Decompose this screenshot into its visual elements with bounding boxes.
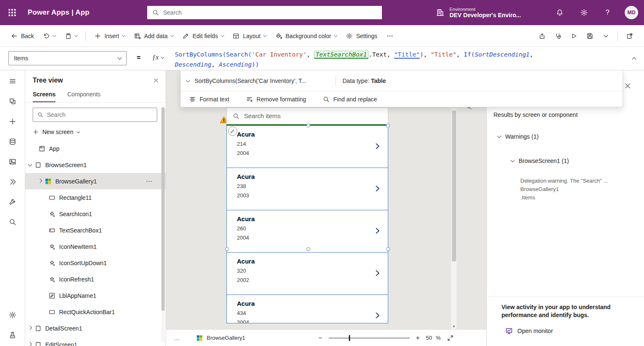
- selection-handle[interactable]: [386, 247, 390, 251]
- gallery-search-box[interactable]: Search items: [226, 107, 388, 124]
- chevron-right-icon[interactable]: [28, 342, 32, 346]
- tree-item-browsegallery1[interactable]: BrowseGallery1⋯: [25, 173, 166, 189]
- browse-gallery[interactable]: Acura2142004Acura2382003Acura2602004Acur…: [226, 126, 388, 323]
- chevron-down-icon[interactable]: [28, 162, 32, 166]
- close-tree-view-button[interactable]: [153, 77, 159, 83]
- header-settings-button[interactable]: [577, 6, 591, 19]
- zoom-out-button[interactable]: −: [318, 335, 322, 341]
- fit-to-window-button[interactable]: [447, 335, 454, 341]
- tree-item-iconnewitem1[interactable]: IconNewItem1: [25, 238, 166, 255]
- tree-item-rectangle11[interactable]: Rectangle11: [25, 189, 166, 206]
- data-button[interactable]: [6, 135, 19, 148]
- header-search[interactable]: [147, 5, 382, 20]
- chevron-right-icon[interactable]: [374, 184, 381, 193]
- chevron-right-icon[interactable]: [374, 311, 381, 320]
- virtual-agents-button[interactable]: [6, 328, 19, 342]
- tree-item-searchicon1[interactable]: SearchIcon1: [25, 206, 166, 222]
- tree-scrollbar[interactable]: [161, 107, 165, 343]
- status-more-button[interactable]: …: [174, 334, 180, 341]
- fx-menu[interactable]: ƒx: [152, 54, 164, 61]
- find-and-replace-button[interactable]: Find and replace: [318, 93, 382, 106]
- close-results-button[interactable]: [624, 82, 631, 90]
- tree-view-button[interactable]: [6, 95, 19, 108]
- gallery-item[interactable]: Acura3202002: [227, 253, 388, 295]
- tree-search[interactable]: [33, 108, 157, 122]
- hamburger-menu-button[interactable]: [6, 75, 19, 88]
- new-screen-button[interactable]: New screen: [33, 126, 166, 138]
- app-checker-button[interactable]: [551, 28, 566, 44]
- waffle-menu-button[interactable]: [0, 0, 24, 25]
- more-options-button[interactable]: ⋯: [146, 178, 152, 185]
- selection-handle[interactable]: [306, 124, 310, 127]
- notifications-button[interactable]: [553, 6, 567, 19]
- tab-screens[interactable]: Screens: [33, 91, 55, 102]
- tree-search-input[interactable]: [47, 111, 153, 118]
- layout-button[interactable]: Layout: [229, 28, 270, 44]
- back-button[interactable]: Back: [7, 28, 38, 44]
- tree-item-detailscreen1[interactable]: DetailScreen1: [25, 320, 166, 336]
- tree-item-lblappname1[interactable]: LblAppName1: [25, 287, 166, 304]
- scrollbar-down-arrow[interactable]: ▾: [451, 324, 457, 328]
- power-automate-button[interactable]: [6, 175, 19, 188]
- remove-formatting-button[interactable]: Remove formatting: [241, 93, 311, 106]
- zoom-slider-thumb[interactable]: [349, 335, 350, 341]
- insert-button[interactable]: Insert: [90, 28, 129, 44]
- open-monitor-button[interactable]: Open monitor: [505, 327, 553, 335]
- help-button[interactable]: ?: [600, 6, 615, 19]
- settings-rail-button[interactable]: [6, 308, 19, 322]
- warning-detail[interactable]: Delegation warning. The "Search" ...Brow…: [520, 177, 626, 202]
- selection-handle[interactable]: [306, 247, 310, 251]
- media-button[interactable]: [6, 155, 19, 168]
- chevron-right-icon[interactable]: [374, 142, 381, 151]
- canvas-scrollbar[interactable]: ▾: [451, 108, 457, 329]
- edit-gallery-button[interactable]: [228, 127, 237, 136]
- selected-control-indicator[interactable]: BrowseGallery1: [196, 335, 245, 341]
- tree-item-editscreen1[interactable]: EditScreen1: [25, 336, 166, 346]
- add-data-button[interactable]: Add data: [130, 28, 178, 44]
- insert-rail-button[interactable]: [6, 115, 19, 128]
- chevron-right-icon[interactable]: [28, 325, 32, 330]
- property-selector[interactable]: Items: [8, 51, 127, 65]
- environment-picker[interactable]: Environment DEV Developer's Enviro...: [436, 3, 521, 22]
- share-button[interactable]: [535, 28, 550, 44]
- gallery-item[interactable]: Acura2382003: [227, 168, 388, 210]
- tab-components[interactable]: Components: [67, 91, 100, 102]
- chevron-right-icon[interactable]: [374, 269, 381, 278]
- chevron-right-icon[interactable]: [374, 226, 381, 235]
- chevron-right-icon[interactable]: [38, 178, 42, 183]
- warnings-screen-group[interactable]: BrowseScreen1 (1): [511, 158, 569, 164]
- tree-scrollbar-thumb[interactable]: [161, 107, 165, 311]
- tree-item-textsearchbox1[interactable]: TextSearchBox1: [25, 222, 166, 238]
- edit-fields-button[interactable]: Edit fields: [178, 28, 228, 44]
- more-commands-button[interactable]: [382, 28, 397, 44]
- save-options-button[interactable]: [598, 28, 613, 44]
- preview-button[interactable]: [566, 28, 582, 44]
- chevron-down-icon[interactable]: [186, 78, 190, 82]
- tree-item-app[interactable]: App: [25, 140, 166, 157]
- save-button[interactable]: [582, 28, 597, 44]
- warnings-group[interactable]: Warnings (1): [498, 133, 539, 140]
- tree-item-iconsortupdown1[interactable]: IconSortUpDown1: [25, 255, 166, 271]
- gallery-item[interactable]: Acura2602004: [227, 210, 388, 253]
- tree-item-rectquickactionbar1[interactable]: RectQuickActionBar1: [25, 304, 166, 320]
- gallery-item[interactable]: Acura2142004: [227, 126, 388, 168]
- settings-button[interactable]: Settings: [342, 28, 382, 44]
- zoom-slider[interactable]: [329, 338, 410, 338]
- search-rail-button[interactable]: [6, 215, 19, 229]
- selection-handle[interactable]: [386, 124, 390, 127]
- formula-input[interactable]: SortByColumns(Search('Car Inventory', Te…: [175, 49, 629, 70]
- avatar[interactable]: MD: [625, 6, 638, 19]
- header-search-input[interactable]: [163, 9, 377, 16]
- paste-button[interactable]: [61, 28, 82, 44]
- undo-button[interactable]: [39, 28, 60, 44]
- format-text-button[interactable]: Format text: [184, 93, 234, 106]
- gallery-item[interactable]: Acura4342004: [227, 295, 388, 323]
- formula-bar-collapse-button[interactable]: [633, 55, 636, 62]
- canvas-scrollbar-thumb[interactable]: [452, 111, 456, 261]
- zoom-in-button[interactable]: +: [416, 335, 420, 341]
- background-color-button[interactable]: Background color: [271, 28, 341, 44]
- publish-button[interactable]: [622, 28, 637, 44]
- advanced-tools-button[interactable]: [6, 195, 19, 209]
- tree-item-browsescreen1[interactable]: BrowseScreen1: [25, 157, 166, 173]
- selection-handle[interactable]: [225, 247, 229, 251]
